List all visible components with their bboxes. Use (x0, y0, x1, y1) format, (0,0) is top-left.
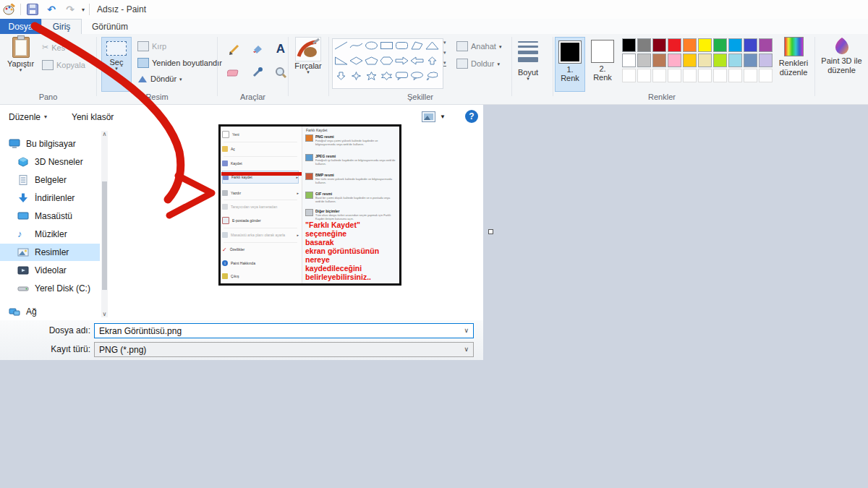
palette-empty[interactable] (683, 69, 697, 82)
shape-ellipse[interactable] (364, 40, 379, 51)
size-button[interactable]: Boyut ▾ (518, 37, 538, 80)
tab-dosya[interactable]: Dosya (0, 19, 41, 34)
magnifier-tool[interactable] (273, 64, 289, 80)
shapes-scroll-up-icon[interactable]: ▾ (443, 40, 446, 46)
scroll-down-icon[interactable]: ∨ (101, 311, 108, 317)
sidebar-scrollbar[interactable]: ∧ ∨ (101, 131, 108, 317)
palette-color[interactable] (713, 53, 727, 67)
shape-arrow-down[interactable] (333, 70, 349, 81)
palette-color[interactable] (759, 38, 773, 52)
palette-empty[interactable] (713, 69, 727, 82)
palette-empty[interactable] (652, 69, 666, 82)
scroll-up-icon[interactable]: ∧ (101, 131, 108, 137)
shape-rounded-callout[interactable] (394, 70, 409, 81)
help-button[interactable]: ? (465, 110, 478, 123)
palette-color[interactable] (683, 38, 697, 52)
organize-button[interactable]: Düzenle ▾ (9, 112, 47, 122)
shape-line[interactable] (333, 40, 349, 51)
shape-pentagon[interactable] (364, 55, 379, 66)
palette-color[interactable] (637, 53, 651, 67)
palette-color[interactable] (668, 53, 681, 67)
palette-empty[interactable] (744, 69, 757, 82)
shape-hexagon[interactable] (379, 55, 394, 66)
fill-tool[interactable] (250, 41, 265, 57)
sidebar-item-resimler[interactable]: Resimler (0, 244, 100, 261)
palette-color[interactable] (744, 38, 757, 52)
brushes-button[interactable]: Fırçalar ▾ (292, 37, 325, 74)
scroll-thumb[interactable] (102, 181, 107, 290)
eyedropper-tool[interactable] (250, 64, 265, 80)
palette-empty[interactable] (728, 69, 742, 82)
tab-giris[interactable]: Giriş (41, 19, 82, 34)
fill-button[interactable]: Doldur ▾ (456, 59, 500, 69)
shape-arrow-up[interactable] (425, 55, 440, 66)
sidebar-item-ag[interactable]: Ağ (0, 303, 100, 320)
palette-color[interactable] (622, 53, 636, 67)
color2-button[interactable]: 2. Renk (587, 37, 618, 92)
redo-button[interactable]: ↷ (63, 3, 77, 16)
palette-empty[interactable] (698, 69, 712, 82)
pencil-tool[interactable] (226, 41, 242, 57)
shape-polygon[interactable] (409, 40, 425, 51)
palette-color[interactable] (652, 53, 666, 67)
shape-curve[interactable] (349, 40, 364, 51)
rotate-button[interactable]: Döndür ▾ (137, 74, 182, 83)
undo-button[interactable]: ↶ (44, 3, 59, 16)
palette-empty[interactable] (637, 69, 651, 82)
palette-color[interactable] (698, 38, 712, 52)
paste-button[interactable]: Yapıştır ▾ (7, 37, 34, 72)
save-button[interactable] (25, 3, 40, 16)
palette-empty[interactable] (759, 69, 773, 82)
palette-color[interactable] (668, 38, 681, 52)
select-button[interactable]: Seç ▾ (101, 37, 132, 92)
shapes-scroll-down-icon[interactable]: ▾ (443, 50, 446, 56)
views-caret-icon[interactable]: ▼ (440, 114, 446, 120)
sidebar-item-muzikler[interactable]: ♪ Müzikler (0, 226, 100, 243)
sidebar-item-indirilenler[interactable]: İndirilenler (0, 189, 100, 207)
sidebar-item-masaustu[interactable]: Masaüstü (0, 207, 100, 225)
shape-arrow-right[interactable] (394, 55, 409, 66)
tab-gorunum[interactable]: Görünüm (85, 19, 135, 34)
palette-color[interactable] (728, 38, 742, 52)
filename-input[interactable]: Ekran Görüntüsü.png ∨ (94, 323, 474, 338)
sidebar-item-yerel-disk[interactable]: Yerel Disk (C:) (0, 280, 100, 297)
sidebar-item-3d-nesneler[interactable]: 3D Nesneler (0, 153, 100, 171)
palette-color[interactable] (744, 53, 757, 67)
sidebar-item-videolar[interactable]: Videolar (0, 262, 100, 279)
filetype-select[interactable]: PNG (*.png) ∨ (94, 342, 474, 357)
shape-oval-callout[interactable] (409, 70, 425, 81)
eraser-tool[interactable] (226, 64, 242, 80)
views-icon[interactable] (422, 111, 435, 122)
combo-caret-icon[interactable]: ∨ (464, 346, 469, 353)
combo-caret-icon[interactable]: ∨ (464, 327, 469, 334)
palette-empty[interactable] (622, 69, 636, 82)
text-tool[interactable]: A (273, 41, 289, 57)
palette-color[interactable] (759, 53, 773, 67)
sidebar-item-belgeler[interactable]: Belgeler (0, 171, 100, 189)
cut-button[interactable]: ✂ Kes (42, 43, 65, 52)
shape-six-point-star[interactable] (379, 70, 394, 81)
new-folder-button[interactable]: Yeni klasör (72, 112, 114, 122)
palette-color[interactable] (652, 38, 666, 52)
shape-four-point-star[interactable] (349, 70, 364, 81)
crop-button[interactable]: Kırp (137, 41, 166, 51)
shape-triangle[interactable] (425, 40, 440, 51)
sidebar-item-bu-bilgisayar[interactable]: Bu bilgisayar (0, 135, 100, 153)
customize-toolbar-caret[interactable]: ▾ (82, 7, 85, 13)
shape-arrow-left[interactable] (409, 55, 425, 66)
copy-button[interactable]: Kopyala (42, 60, 85, 70)
shape-right-triangle[interactable] (333, 55, 349, 66)
canvas-resize-handle[interactable] (488, 229, 493, 234)
palette-color[interactable] (698, 53, 712, 67)
shape-five-point-star[interactable] (364, 70, 379, 81)
palette-color[interactable] (713, 38, 727, 52)
palette-color[interactable] (683, 53, 697, 67)
paint3d-button[interactable]: Paint 3D ile düzenle (817, 37, 867, 75)
color1-button[interactable]: 1. Renk (555, 37, 585, 92)
edit-colors-button[interactable]: Renkleri düzenle (775, 37, 812, 77)
palette-empty[interactable] (668, 69, 681, 82)
shape-rounded-rectangle[interactable] (394, 40, 409, 51)
shape-rectangle[interactable] (379, 40, 394, 51)
palette-color[interactable] (622, 38, 636, 52)
shapes-expand-icon[interactable]: ▾ (443, 60, 446, 67)
